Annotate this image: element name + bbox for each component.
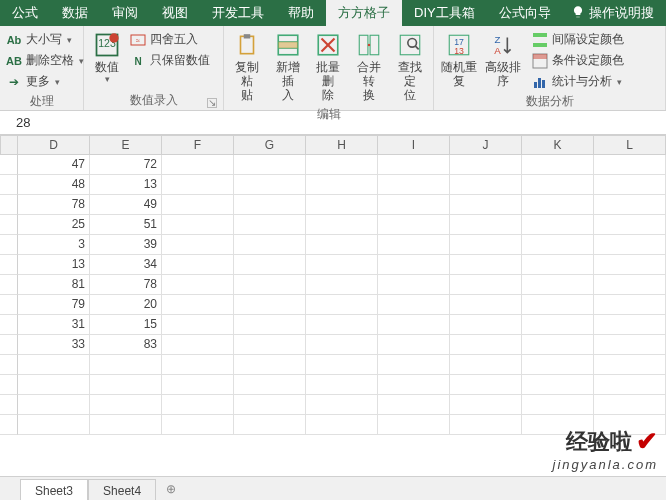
column-header-J[interactable]: J	[450, 135, 522, 155]
row-gutter[interactable]	[0, 155, 18, 175]
cell-K[interactable]	[522, 375, 594, 395]
cell-K[interactable]	[522, 315, 594, 335]
cell-I[interactable]	[378, 295, 450, 315]
cell-G[interactable]	[234, 155, 306, 175]
cell-H[interactable]	[306, 335, 378, 355]
cell-I[interactable]	[378, 155, 450, 175]
row-gutter[interactable]	[0, 415, 18, 435]
cell-D[interactable]	[18, 415, 90, 435]
column-header-L[interactable]: L	[594, 135, 666, 155]
cell-H[interactable]	[306, 315, 378, 335]
cell-G[interactable]	[234, 255, 306, 275]
copy-paste-button[interactable]: 复制粘 贴	[228, 28, 267, 104]
column-header-F[interactable]: F	[162, 135, 234, 155]
cell-J[interactable]	[450, 315, 522, 335]
cell-I[interactable]	[378, 355, 450, 375]
cell-H[interactable]	[306, 255, 378, 275]
cell-H[interactable]	[306, 235, 378, 255]
column-header-G[interactable]: G	[234, 135, 306, 155]
cell-H[interactable]	[306, 415, 378, 435]
cell-G[interactable]	[234, 355, 306, 375]
cell-E[interactable]: 78	[90, 275, 162, 295]
dialog-launcher-icon[interactable]: ↘	[207, 98, 217, 108]
tab-formula-wizard[interactable]: 公式向导	[487, 0, 563, 26]
cell-D[interactable]: 78	[18, 195, 90, 215]
cell-J[interactable]	[450, 155, 522, 175]
cell-I[interactable]	[378, 335, 450, 355]
batch-delete-button[interactable]: 批量删 除	[309, 28, 348, 104]
row-gutter[interactable]	[0, 295, 18, 315]
cell-K[interactable]	[522, 415, 594, 435]
row-gutter[interactable]	[0, 215, 18, 235]
cell-J[interactable]	[450, 395, 522, 415]
column-header-I[interactable]: I	[378, 135, 450, 155]
row-gutter[interactable]	[0, 275, 18, 295]
cell-D[interactable]: 31	[18, 315, 90, 335]
cell-K[interactable]	[522, 235, 594, 255]
cell-L[interactable]	[594, 355, 666, 375]
insert-new-button[interactable]: 新增插 入	[269, 28, 308, 104]
cell-F[interactable]	[162, 175, 234, 195]
cell-K[interactable]	[522, 155, 594, 175]
cell-L[interactable]	[594, 415, 666, 435]
cell-D[interactable]: 47	[18, 155, 90, 175]
tab-fangge[interactable]: 方方格子	[326, 0, 402, 26]
cell-H[interactable]	[306, 155, 378, 175]
cell-E[interactable]	[90, 415, 162, 435]
cell-H[interactable]	[306, 395, 378, 415]
cell-I[interactable]	[378, 195, 450, 215]
add-sheet-button[interactable]: ⊕	[160, 478, 182, 500]
cell-E[interactable]: 39	[90, 235, 162, 255]
cell-E[interactable]: 51	[90, 215, 162, 235]
cell-F[interactable]	[162, 155, 234, 175]
tab-developer[interactable]: 开发工具	[200, 0, 276, 26]
cell-J[interactable]	[450, 375, 522, 395]
column-header-D[interactable]: D	[18, 135, 90, 155]
row-gutter[interactable]	[0, 255, 18, 275]
row-gutter[interactable]	[0, 355, 18, 375]
cell-I[interactable]	[378, 375, 450, 395]
cell-E[interactable]: 13	[90, 175, 162, 195]
cell-E[interactable]: 20	[90, 295, 162, 315]
cell-F[interactable]	[162, 355, 234, 375]
cell-J[interactable]	[450, 235, 522, 255]
merge-convert-button[interactable]: 合并转 换	[350, 28, 389, 104]
case-button[interactable]: Ab 大小写 ▾	[4, 30, 86, 49]
cell-H[interactable]	[306, 195, 378, 215]
trim-button[interactable]: AB 删除空格 ▾	[4, 51, 86, 70]
cell-E[interactable]: 72	[90, 155, 162, 175]
row-gutter[interactable]	[0, 395, 18, 415]
column-header-K[interactable]: K	[522, 135, 594, 155]
cell-J[interactable]	[450, 275, 522, 295]
tell-me-search[interactable]: 操作说明搜	[563, 0, 662, 26]
cell-E[interactable]: 15	[90, 315, 162, 335]
sheet-tab-2[interactable]: Sheet4	[88, 479, 156, 501]
cell-F[interactable]	[162, 415, 234, 435]
cell-D[interactable]	[18, 375, 90, 395]
cell-G[interactable]	[234, 375, 306, 395]
cell-E[interactable]: 49	[90, 195, 162, 215]
cell-F[interactable]	[162, 315, 234, 335]
cell-E[interactable]	[90, 375, 162, 395]
cell-K[interactable]	[522, 175, 594, 195]
cell-K[interactable]	[522, 275, 594, 295]
tab-review[interactable]: 审阅	[100, 0, 150, 26]
row-gutter[interactable]	[0, 235, 18, 255]
round-button[interactable]: ≈ 四舍五入	[128, 30, 212, 49]
cell-G[interactable]	[234, 295, 306, 315]
cell-H[interactable]	[306, 375, 378, 395]
row-gutter[interactable]	[0, 175, 18, 195]
tab-help[interactable]: 帮助	[276, 0, 326, 26]
interval-color-button[interactable]: 间隔设定颜色	[530, 30, 626, 49]
cell-J[interactable]	[450, 415, 522, 435]
cell-D[interactable]: 33	[18, 335, 90, 355]
cell-J[interactable]	[450, 355, 522, 375]
cell-J[interactable]	[450, 195, 522, 215]
cell-I[interactable]	[378, 275, 450, 295]
cell-L[interactable]	[594, 375, 666, 395]
tab-data[interactable]: 数据	[50, 0, 100, 26]
cell-L[interactable]	[594, 215, 666, 235]
cell-G[interactable]	[234, 415, 306, 435]
cell-K[interactable]	[522, 395, 594, 415]
more-button[interactable]: ➔ 更多 ▾	[4, 72, 86, 91]
